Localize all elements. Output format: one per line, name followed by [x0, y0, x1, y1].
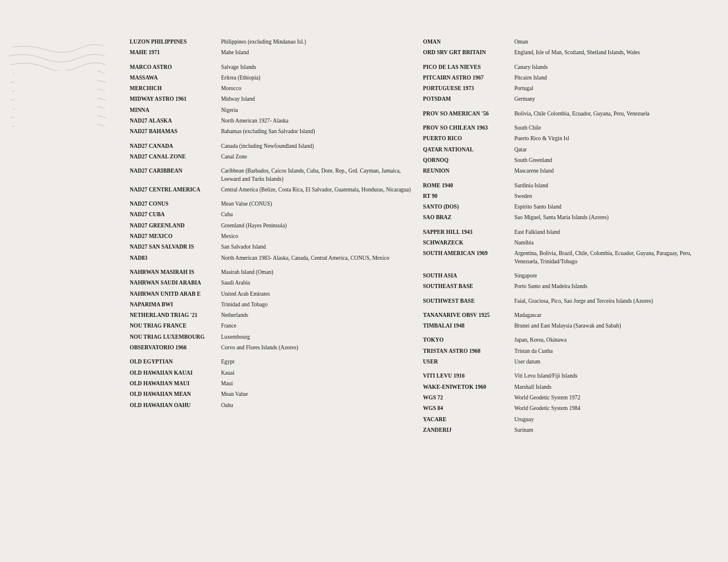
datum-name-label: QORNOQ	[423, 157, 515, 164]
list-item: ZANDERIJSurinam	[423, 427, 705, 434]
datum-name-label: MARCO ASTRO	[130, 64, 221, 71]
datum-name-label: ORD SRV GRT BRITAIN	[423, 49, 515, 57]
datum-name-label: REUNION	[423, 167, 515, 175]
list-item: QORNOQSouth Greenland	[423, 157, 705, 164]
datum-value-text: Mascarene Island	[515, 167, 705, 175]
datum-value-text: South Greenland	[515, 157, 705, 164]
datum-value-text: San Salvador Island	[221, 243, 411, 251]
datum-name-label: TIMBALAI 1948	[423, 322, 515, 330]
datum-value-text: Canada (including Newfoundland Island)	[221, 143, 411, 150]
datum-name-label: QATAR NATIONAL	[423, 146, 515, 154]
datum-name-label: NOU TRIAG FRANCE	[130, 322, 221, 330]
datum-value-text: Masirah Island (Oman)	[221, 269, 411, 276]
datum-name-label: PICO DE LAS NIEVES	[423, 64, 515, 71]
datum-value-text: Faial, Graciosa, Pico, Sao Jorge and Ter…	[515, 297, 705, 305]
list-item: NAD27 CARIBBEANCaribbean (Barbados, Caic…	[130, 167, 411, 183]
datum-value-text: Singapore	[515, 272, 705, 280]
list-item: PITCAIRN ASTRO 1967Pitcairn Island	[423, 74, 705, 82]
list-item: NOU TRIAG LUXEMBOURGLuxembourg	[130, 333, 411, 341]
datum-name-label: OBSERVATORIO 1966	[130, 344, 221, 352]
datum-value-text: Mean Value	[221, 391, 411, 398]
datum-value-text: Central America (Belize, Costa Rica, El …	[221, 186, 411, 194]
datum-name-label: MAHE 1971	[130, 49, 221, 57]
list-item: NAD27 ALASKANorth American 1927- Alaska	[130, 117, 411, 125]
main-content: LUZON PHILIPPINESPhilippines (excluding …	[118, 0, 728, 562]
datum-value-text: Egypt	[221, 358, 411, 366]
list-item: NAD27 CUBACuba	[130, 211, 411, 219]
list-item: TIMBALAI 1948Brunei and East Malaysia (S…	[423, 322, 705, 330]
datum-value-text: Pitcairn Island	[515, 74, 705, 82]
datum-value-text: Trinidad and Tobago	[221, 301, 411, 309]
datum-name-label: NAD27 CONUS	[130, 200, 221, 208]
list-item: OLD HAWAIIAN MEANMean Value	[130, 391, 411, 398]
datum-value-text: Sardinia Island	[515, 182, 705, 190]
list-item: WGS 84World Geodetic System 1984	[423, 405, 705, 412]
datum-name-label: NAHRWAN MASIRAH IS	[130, 269, 221, 276]
list-item: NAD83North American 1983- Alaska, Canada…	[130, 254, 411, 262]
datum-name-label: MIDWAY ASTRO 1961	[130, 95, 221, 103]
datum-value-text: Netherlands	[221, 312, 411, 319]
list-item: MARCO ASTROSalvage Islands	[130, 64, 411, 71]
list-item: PROV SO CHILEAN 1963South Chile	[423, 124, 705, 132]
datum-name-label: PUERTO RICO	[423, 135, 515, 143]
list-item: NAD27 CONUSMean Value (CONUS)	[130, 200, 411, 208]
datum-value-text: Kauai	[221, 369, 411, 377]
datum-name-label: SOUTH AMERICAN 1969	[423, 250, 515, 257]
appendix-block	[18, 59, 94, 61]
datum-value-text: Portugal	[515, 85, 705, 92]
list-item: TOKYOJapan, Korea, Okinawa	[423, 336, 705, 344]
list-item: ROME 1940Sardinia Island	[423, 182, 705, 190]
datum-name-label: NAD27 MEXICO	[130, 233, 221, 240]
list-item: OLD HAWAIIAN KAUAIKauai	[130, 369, 411, 377]
datum-name-label: NAD27 CUBA	[130, 211, 221, 219]
list-item: NOU TRIAG FRANCEFrance	[130, 322, 411, 330]
list-item: MERCHICHMorocco	[130, 85, 411, 92]
datum-name-label: MASSAWA	[130, 74, 221, 82]
datum-name-label: NAHRWAN UNITD ARAB E	[130, 290, 221, 298]
datum-value-text: Oahu	[221, 402, 411, 409]
list-item: OBSERVATORIO 1966Corvo and Flores Island…	[130, 344, 411, 352]
datum-value-text: World Geodetic System 1984	[515, 405, 705, 412]
datum-name-label: NAPARIMA BWI	[130, 301, 221, 309]
datum-value-text: Tristan da Cunha	[515, 348, 705, 355]
datum-value-text: East Falkland Island	[515, 229, 705, 236]
list-item: SOUTHEAST BASEPorto Santo and Madeira Is…	[423, 283, 705, 290]
list-item: SOUTHWEST BASEFaial, Graciosa, Pico, Sao…	[423, 297, 705, 305]
datum-value-text: England, Isle of Man, Scotland, Shetland…	[515, 49, 705, 57]
datum-name-label: MINNA	[130, 107, 221, 114]
sidebar	[0, 0, 118, 562]
list-item: TANANARIVE OBSV 1925Madagascar	[423, 312, 705, 319]
datum-name-label: SOUTHEAST BASE	[423, 283, 515, 290]
datum-name-label: POTSDAM	[423, 95, 515, 103]
datum-value-text: World Geodetic System 1972	[515, 394, 705, 402]
datum-value-text: Namibia	[515, 239, 705, 247]
list-item: REUNIONMascarene Island	[423, 167, 705, 175]
datum-columns: LUZON PHILIPPINESPhilippines (excluding …	[130, 38, 704, 524]
datum-value-text: Midway Island	[221, 95, 411, 103]
list-item: ORD SRV GRT BRITAINEngland, Isle of Man,…	[423, 49, 705, 57]
list-item: OLD HAWAIIAN MAUIMaui	[130, 380, 411, 388]
datum-name-label: SAO BRAZ	[423, 214, 515, 222]
datum-value-text: Brunei and East Malaysia (Sarawak and Sa…	[515, 322, 705, 330]
datum-name-label: PITCAIRN ASTRO 1967	[423, 74, 515, 82]
list-item: NAD27 BAHAMASBahamas (excluding San Salv…	[130, 128, 411, 135]
list-item: OLD HAWAIIAN OAHUOahu	[130, 402, 411, 409]
datum-value-text: Luxembourg	[221, 333, 411, 341]
datum-value-text: Argentina, Bolivia, Brazil, Chile, Colom…	[515, 250, 705, 266]
datum-value-text: Canal Zone	[221, 153, 411, 161]
datum-name-label: WGS 72	[423, 394, 515, 402]
datum-name-label: OLD HAWAIIAN OAHU	[130, 402, 221, 409]
right-datum-column: OMANOmanORD SRV GRT BRITAINEngland, Isle…	[423, 38, 705, 524]
list-item: NAD27 GREENLANDGreenland (Hayes Peninsul…	[130, 222, 411, 230]
datum-name-label: PROV SO AMERICAN '56	[423, 110, 515, 118]
list-item: SOUTH ASIASingapore	[423, 272, 705, 280]
datum-value-text: Uruguay	[515, 416, 705, 424]
list-item: SAPPER HILL 1943East Falkland Island	[423, 229, 705, 236]
list-item: POTSDAMGermany	[423, 95, 705, 103]
list-item: NAHRWAN UNITD ARAB EUnited Arab Emirates	[130, 290, 411, 298]
datum-name-label: WGS 84	[423, 405, 515, 412]
list-item: SCHWARZECKNamibia	[423, 239, 705, 247]
datum-name-label: OLD HAWAIIAN KAUAI	[130, 369, 221, 377]
datum-name-label: NAD27 CANADA	[130, 143, 221, 150]
datum-name-label: PORTUGUESE 1973	[423, 85, 515, 92]
